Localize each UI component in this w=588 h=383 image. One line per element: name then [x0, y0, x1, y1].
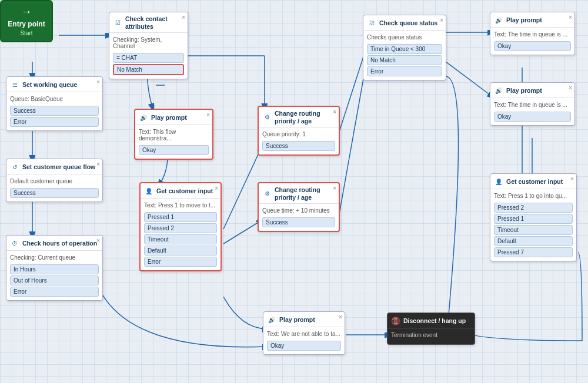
play-prompt-1-node: 🔊 Play prompt × Text: This flow demonstr… — [134, 109, 213, 160]
port-success[interactable]: Success — [10, 106, 99, 116]
node-title: Change routing priority / age — [275, 110, 335, 125]
set-customer-queue-flow-node: ↺ Set customer queue flow × Default cust… — [6, 159, 103, 202]
port-okay[interactable]: Okay — [494, 41, 571, 51]
port-in-hours[interactable]: In Hours — [10, 264, 99, 274]
node-desc: Queue: BasicQueue — [10, 95, 99, 103]
port-error[interactable]: Error — [10, 117, 99, 127]
play-prompt-error-node: 🔊 Play prompt × Text: We are not able to… — [263, 311, 345, 355]
set-queue-icon: ☰ — [10, 80, 19, 89]
change-routing-icon: ⚙ — [262, 113, 272, 122]
port-out-hours[interactable]: Out of Hours — [10, 276, 99, 285]
close-button[interactable]: × — [182, 14, 185, 21]
play-prompt-2-icon: 🔊 — [494, 15, 503, 25]
node-title: Play prompt — [279, 316, 315, 324]
port-success[interactable]: Success — [262, 217, 335, 227]
close-button[interactable]: × — [96, 237, 100, 244]
node-desc: Termination event — [391, 331, 471, 340]
close-button[interactable]: × — [206, 112, 210, 118]
close-button[interactable]: × — [215, 185, 218, 192]
port-default[interactable]: Default — [494, 236, 573, 246]
close-button[interactable]: × — [440, 17, 443, 23]
node-header: 🔊 Play prompt × — [490, 12, 574, 28]
port-success[interactable]: Success — [10, 188, 99, 198]
close-button[interactable]: × — [569, 85, 572, 91]
close-button[interactable]: × — [569, 14, 572, 21]
node-title: Check contact attributes — [125, 15, 184, 30]
change-routing-2-node: ⚙ Change routing priority / age × Queue … — [258, 182, 340, 232]
set-working-queue-node: ☰ Set working queue × Queue: BasicQueue … — [6, 76, 103, 131]
node-header: ⚙ Change routing priority / age × — [259, 107, 339, 127]
node-desc: Queue time: + 10 minutes — [262, 206, 335, 215]
node-desc: Text: Press 1 to go into qu... — [494, 192, 573, 200]
node-header: ☰ Set working queue × — [6, 77, 102, 92]
node-body: Queue priority: 1 Success — [259, 127, 339, 154]
node-title: Set working queue — [22, 81, 77, 89]
port-pressed-1[interactable]: Pressed 1 — [494, 214, 573, 224]
port-pressed-7[interactable]: Pressed 7 — [494, 247, 573, 257]
port-timeout[interactable]: Timeout — [494, 225, 573, 235]
node-body: Default customer queue Success — [6, 174, 102, 201]
port-no-match[interactable]: No Match — [367, 55, 442, 65]
node-title: Check queue status — [379, 19, 437, 27]
node-title: Disconnect / hang up — [403, 317, 466, 325]
port-error[interactable]: Error — [10, 287, 99, 297]
entry-point-node[interactable]: → Entry point Start — [0, 0, 53, 42]
port-pressed-1[interactable]: Pressed 1 — [144, 212, 217, 222]
svg-line-5 — [223, 147, 262, 229]
node-desc: Checking: Current queue — [10, 253, 99, 262]
port-no-match[interactable]: No Match — [113, 64, 184, 75]
node-title: Change routing priority / age — [275, 186, 335, 201]
get-customer-input-node: 👤 Get customer input × Text: Press 1 to … — [139, 182, 222, 271]
play-prompt-3-node: 🔊 Play prompt × Text: The time in queue … — [490, 82, 575, 126]
check-attrs-icon: ☑ — [113, 18, 122, 28]
flow-canvas: → Entry point Start ☰ Set working queue … — [0, 0, 588, 383]
port-success[interactable]: Success — [262, 141, 335, 151]
close-button[interactable]: × — [96, 79, 100, 85]
port-pressed-2[interactable]: Pressed 2 — [494, 203, 573, 213]
port-time-in-queue[interactable]: Time in Queue < 300 — [367, 44, 442, 54]
port-okay[interactable]: Okay — [267, 341, 341, 351]
node-desc: Text: We are not able to ta... — [267, 330, 341, 338]
node-body: Text: Press 1 to go into qu... Pressed 2… — [490, 189, 576, 261]
check-hours-node: ⏱ Check hours of operation × Checking: C… — [6, 235, 103, 301]
check-queue-icon: ☑ — [367, 18, 376, 28]
port-default[interactable]: Default — [144, 246, 217, 256]
node-body: Checking: System, Channel = CHAT No Matc… — [109, 33, 188, 79]
node-header: ⏱ Check hours of operation × — [6, 236, 102, 251]
port-error[interactable]: Error — [144, 257, 217, 267]
close-button[interactable]: × — [96, 161, 100, 167]
node-desc: Text: Press 1 to move to t... — [144, 201, 217, 210]
entry-icon: → — [7, 6, 46, 18]
node-title: Play prompt — [506, 16, 542, 24]
port-timeout[interactable]: Timeout — [144, 234, 217, 244]
port-okay[interactable]: Okay — [494, 112, 571, 122]
node-header: 🔊 Play prompt × — [263, 312, 345, 327]
node-desc: Text: The time in queue is ... — [494, 100, 571, 109]
node-title: Get customer input — [156, 187, 213, 195]
port-chat[interactable]: = CHAT — [113, 53, 184, 63]
close-button[interactable]: × — [333, 109, 336, 115]
check-hours-icon: ⏱ — [10, 238, 19, 248]
node-header: ↺ Set customer queue flow × — [6, 159, 102, 174]
play-prompt-error-icon: 🔊 — [267, 315, 276, 324]
node-header: ⚙ Change routing priority / age × — [259, 183, 339, 204]
disconnect-node: 📵 Disconnect / hang up Termination event — [387, 313, 475, 345]
play-prompt-3-icon: 🔊 — [494, 86, 503, 95]
close-button[interactable]: × — [570, 176, 574, 182]
node-body: Text: Press 1 to move to t... Pressed 1 … — [141, 199, 220, 270]
node-desc: Queue priority: 1 — [262, 130, 335, 139]
node-body: Termination event — [387, 328, 475, 344]
check-queue-status-node: ☑ Check queue status × Checks queue stat… — [363, 15, 446, 80]
close-button[interactable]: × — [333, 185, 336, 192]
port-pressed-2[interactable]: Pressed 2 — [144, 223, 217, 233]
change-routing-1-node: ⚙ Change routing priority / age × Queue … — [258, 106, 340, 156]
node-title: Set customer queue flow — [22, 163, 95, 171]
play-prompt-icon: 🔊 — [139, 113, 148, 122]
close-button[interactable]: × — [339, 314, 342, 320]
set-flow-icon: ↺ — [10, 162, 19, 172]
port-error[interactable]: Error — [367, 66, 442, 76]
node-title: Play prompt — [151, 114, 187, 122]
node-body: Checks queue status Time in Queue < 300 … — [363, 31, 446, 80]
port-okay[interactable]: Okay — [139, 145, 209, 155]
node-header: 👤 Get customer input × — [141, 183, 220, 199]
